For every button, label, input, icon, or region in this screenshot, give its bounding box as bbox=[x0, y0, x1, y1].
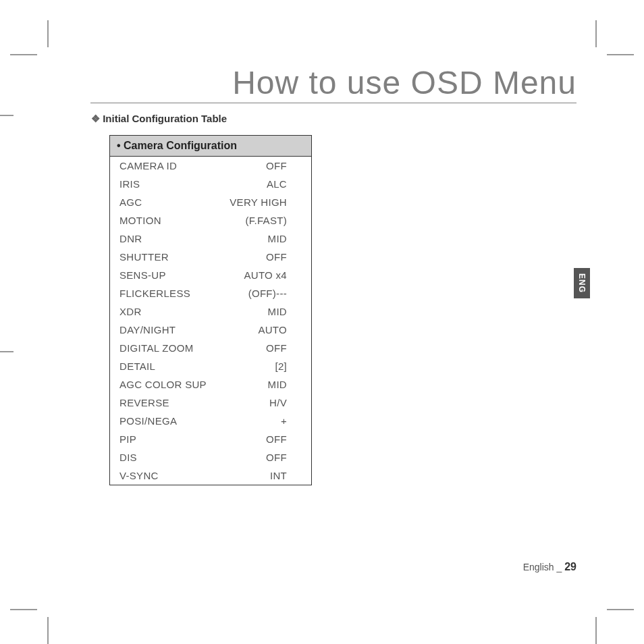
row-value: MID bbox=[268, 233, 303, 244]
row-label: REVERSE bbox=[119, 397, 169, 408]
row-label: CAMERA ID bbox=[119, 160, 177, 171]
table-row: XDRMID bbox=[110, 302, 311, 321]
table-row: POSI/NEGA+ bbox=[110, 412, 311, 430]
row-value: MID bbox=[268, 306, 303, 317]
page-number: 29 bbox=[564, 561, 576, 572]
crop-mark-icon bbox=[593, 583, 634, 624]
crop-mark-icon bbox=[593, 41, 634, 81]
table-header: • Camera Configuration bbox=[110, 136, 311, 157]
crop-mark-icon bbox=[0, 351, 14, 352]
footer-separator: _ bbox=[554, 562, 565, 572]
table-row: REVERSEH/V bbox=[110, 394, 311, 412]
row-value: (F.FAST) bbox=[245, 215, 303, 226]
table-row: AGCVERY HIGH bbox=[110, 193, 311, 211]
footer-language: English bbox=[523, 562, 554, 572]
page-footer: English _ 29 bbox=[523, 561, 576, 573]
row-label: V-SYNC bbox=[119, 470, 159, 481]
page-title: How to use OSD Menu bbox=[90, 64, 576, 103]
row-value: OFF bbox=[266, 251, 303, 263]
row-value: + bbox=[281, 415, 303, 427]
row-value: VERY HIGH bbox=[230, 196, 303, 208]
row-label: POSI/NEGA bbox=[119, 415, 177, 427]
row-value: [2] bbox=[275, 360, 303, 372]
table-row: AGC COLOR SUPMID bbox=[110, 375, 311, 394]
row-value: INT bbox=[270, 470, 303, 481]
row-label: DETAIL bbox=[119, 360, 155, 372]
row-value: OFF bbox=[266, 433, 303, 445]
crop-mark-icon bbox=[10, 41, 51, 81]
table-row: CAMERA IDOFF bbox=[110, 157, 311, 175]
row-value: ALC bbox=[267, 178, 303, 190]
section-header: Initial Configuration Table bbox=[91, 113, 227, 125]
crop-mark-icon bbox=[0, 115, 14, 116]
row-label: DIGITAL ZOOM bbox=[119, 342, 193, 354]
row-label: PIP bbox=[119, 433, 136, 445]
table-row: SHUTTEROFF bbox=[110, 248, 311, 266]
row-value: H/V bbox=[269, 397, 303, 408]
row-value: AUTO bbox=[258, 324, 303, 336]
row-label: XDR bbox=[119, 306, 142, 317]
table-row: DETAIL[2] bbox=[110, 357, 311, 375]
table-row: DAY/NIGHTAUTO bbox=[110, 321, 311, 339]
row-label: DNR bbox=[119, 233, 142, 244]
camera-config-table: • Camera Configuration CAMERA IDOFF IRIS… bbox=[109, 135, 312, 485]
row-value: OFF bbox=[266, 452, 303, 463]
table-row: DIGITAL ZOOMOFF bbox=[110, 339, 311, 357]
row-label: DIS bbox=[119, 452, 137, 463]
row-label: FLICKERLESS bbox=[119, 288, 190, 299]
table-row: DISOFF bbox=[110, 448, 311, 466]
table-row: V-SYNCINT bbox=[110, 466, 311, 485]
table-row: FLICKERLESS(OFF)--- bbox=[110, 284, 311, 302]
row-value: AUTO x4 bbox=[244, 269, 303, 281]
row-label: AGC bbox=[119, 196, 142, 208]
row-label: SHUTTER bbox=[119, 251, 169, 263]
crop-mark-icon bbox=[10, 583, 51, 624]
table-row: MOTION(F.FAST) bbox=[110, 211, 311, 230]
row-value: OFF bbox=[266, 342, 303, 354]
table-row: PIPOFF bbox=[110, 430, 311, 448]
row-value: OFF bbox=[266, 160, 303, 171]
row-label: IRIS bbox=[119, 178, 140, 190]
row-value: (OFF)--- bbox=[248, 288, 303, 299]
row-label: AGC COLOR SUP bbox=[119, 379, 207, 390]
table-row: SENS-UPAUTO x4 bbox=[110, 266, 311, 284]
table-row: DNRMID bbox=[110, 230, 311, 248]
language-tab: ENG bbox=[574, 268, 590, 298]
row-label: DAY/NIGHT bbox=[119, 324, 176, 336]
row-value: MID bbox=[268, 379, 303, 390]
row-label: SENS-UP bbox=[119, 269, 166, 281]
table-row: IRISALC bbox=[110, 175, 311, 193]
row-label: MOTION bbox=[119, 215, 161, 226]
